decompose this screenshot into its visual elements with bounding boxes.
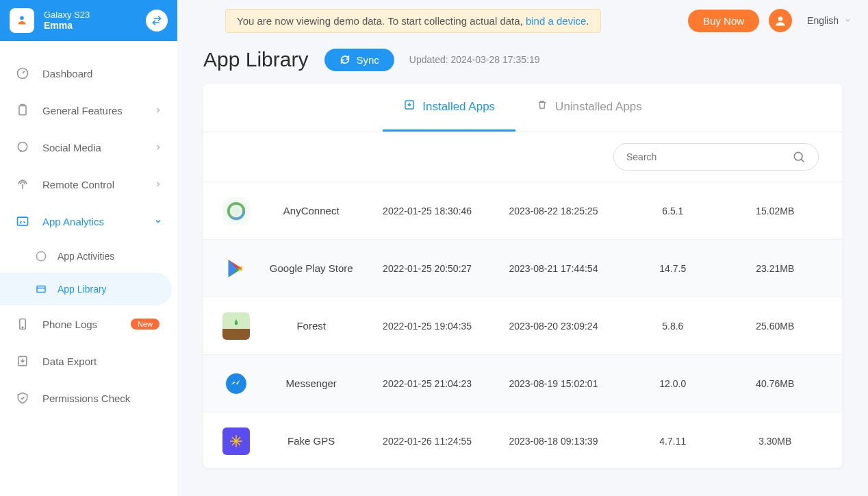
swap-icon bbox=[151, 14, 163, 27]
subnav-app-activities[interactable]: App Activities bbox=[0, 240, 177, 273]
nav-label: Data Export bbox=[42, 356, 97, 367]
app-table[interactable]: AnyConnect 2022-01-25 18:30:46 2023-08-2… bbox=[203, 182, 842, 468]
chevron-right-icon bbox=[154, 179, 162, 190]
app-icon-anyconnect bbox=[222, 197, 250, 225]
tab-uninstalled-apps[interactable]: Uninstalled Apps bbox=[515, 84, 663, 132]
user-icon bbox=[774, 14, 787, 27]
app-name: Google Play Store bbox=[257, 262, 366, 274]
sync-device-button[interactable] bbox=[146, 10, 168, 32]
gauge-icon bbox=[15, 66, 30, 81]
svg-point-12 bbox=[794, 152, 802, 160]
app-version: 12.0.0 bbox=[618, 378, 727, 389]
app-size: 25.60MB bbox=[728, 321, 824, 332]
app-version: 6.5.1 bbox=[618, 206, 727, 216]
svg-point-8 bbox=[22, 327, 23, 328]
apps-icon bbox=[15, 214, 30, 229]
tabs: Installed Apps Uninstalled Apps bbox=[203, 84, 842, 132]
nav-dashboard[interactable]: Dashboard bbox=[0, 55, 177, 92]
device-name: Galaxy S23 bbox=[44, 10, 146, 21]
app-date2: 2023-08-22 18:25:25 bbox=[489, 206, 618, 216]
app-size: 40.76MB bbox=[728, 378, 824, 389]
app-icon-play-store bbox=[222, 255, 250, 282]
nav-label: Dashboard bbox=[42, 68, 92, 79]
chevron-right-icon bbox=[154, 142, 162, 153]
svg-rect-4 bbox=[18, 217, 28, 225]
main: You are now viewing demo data. To start … bbox=[177, 0, 868, 496]
search-icon bbox=[792, 150, 806, 164]
phone-icon bbox=[15, 317, 30, 332]
app-date2: 2023-08-20 23:09:24 bbox=[489, 321, 618, 332]
download-icon bbox=[403, 99, 416, 114]
nav-label: Social Media bbox=[42, 142, 101, 153]
app-size: 3.30MB bbox=[728, 436, 824, 447]
app-name: AnyConnect bbox=[257, 205, 366, 216]
svg-point-3 bbox=[18, 142, 27, 151]
app-version: 5.8.6 bbox=[618, 321, 727, 332]
nav-general-features[interactable]: General Features bbox=[0, 92, 177, 129]
subnav-app-library[interactable]: App Library bbox=[0, 273, 172, 306]
clipboard-icon bbox=[15, 103, 30, 118]
search-input[interactable] bbox=[626, 151, 792, 162]
app-name: Messenger bbox=[257, 377, 366, 389]
tab-label: Uninstalled Apps bbox=[555, 100, 642, 114]
table-row[interactable]: AnyConnect 2022-01-25 18:30:46 2023-08-2… bbox=[203, 182, 842, 239]
svg-point-10 bbox=[778, 16, 783, 21]
language-selector[interactable]: English bbox=[807, 15, 852, 26]
nav-social-media[interactable]: Social Media bbox=[0, 129, 177, 166]
title-row: App Library Sync Updated: 2024-03-28 17:… bbox=[203, 48, 842, 71]
table-row[interactable]: Google Play Store 2022-01-25 20:50:27 20… bbox=[203, 239, 842, 297]
nav-label: Permissions Check bbox=[42, 393, 130, 404]
app-version: 14.7.5 bbox=[618, 263, 727, 274]
tab-installed-apps[interactable]: Installed Apps bbox=[383, 84, 515, 132]
nav-label: Remote Control bbox=[42, 179, 114, 190]
nav-remote-control[interactable]: Remote Control bbox=[0, 166, 177, 203]
app-logo bbox=[10, 8, 34, 33]
app-date1: 2022-01-25 19:04:35 bbox=[366, 321, 488, 332]
nav-permissions-check[interactable]: Permissions Check bbox=[0, 380, 177, 417]
table-row[interactable]: Fake GPS 2022-01-26 11:24:55 2023-08-18 … bbox=[203, 412, 842, 468]
table-row[interactable]: Messenger 2022-01-25 21:04:23 2023-08-19… bbox=[203, 354, 842, 412]
table-row[interactable]: Forest 2022-01-25 19:04:35 2023-08-20 23… bbox=[203, 297, 842, 354]
app-version: 4.7.11 bbox=[618, 436, 727, 447]
library-icon bbox=[34, 282, 48, 296]
svg-point-0 bbox=[20, 16, 24, 20]
shield-icon bbox=[15, 390, 30, 406]
sidebar: Galaxy S23 Emma Dashboard General Featur… bbox=[0, 0, 177, 496]
nav-data-export[interactable]: Data Export bbox=[0, 343, 177, 380]
nav-label: App Activities bbox=[58, 251, 114, 262]
nav-label: App Library bbox=[58, 284, 107, 295]
buy-now-button[interactable]: Buy Now bbox=[688, 10, 759, 32]
demo-banner: You are now viewing demo data. To start … bbox=[225, 9, 601, 33]
top-bar: You are now viewing demo data. To start … bbox=[177, 0, 868, 41]
svg-rect-6 bbox=[37, 286, 45, 293]
nav-phone-logs[interactable]: Phone Logs New bbox=[0, 306, 177, 343]
sidebar-header: Galaxy S23 Emma bbox=[0, 0, 177, 41]
chevron-down-icon bbox=[844, 15, 852, 26]
app-date1: 2022-01-25 20:50:27 bbox=[366, 263, 488, 274]
user-avatar[interactable] bbox=[769, 9, 792, 32]
app-name: Forest bbox=[257, 320, 366, 332]
app-icon-fake-gps bbox=[222, 427, 250, 455]
banner-text: You are now viewing demo data. To start … bbox=[237, 15, 526, 27]
app-date1: 2022-01-26 11:24:55 bbox=[366, 436, 488, 447]
tab-label: Installed Apps bbox=[422, 100, 495, 114]
chevron-right-icon bbox=[154, 105, 162, 116]
app-date1: 2022-01-25 18:30:46 bbox=[366, 206, 488, 216]
bind-device-link[interactable]: bind a device bbox=[526, 15, 586, 27]
activity-icon bbox=[34, 249, 48, 263]
app-size: 23.21MB bbox=[728, 263, 824, 274]
sync-button[interactable]: Sync bbox=[324, 49, 394, 71]
chat-icon bbox=[15, 140, 30, 155]
app-library-card: Installed Apps Uninstalled Apps AnyConne… bbox=[203, 84, 842, 468]
refresh-icon bbox=[340, 54, 350, 65]
nav-label: Phone Logs bbox=[42, 319, 97, 330]
antenna-icon bbox=[15, 177, 30, 192]
app-icon-forest bbox=[222, 312, 250, 340]
nav-app-analytics[interactable]: App Analytics bbox=[0, 203, 177, 240]
new-badge: New bbox=[131, 319, 159, 330]
nav: Dashboard General Features Social Media … bbox=[0, 41, 177, 417]
app-date2: 2023-08-18 09:13:39 bbox=[489, 436, 618, 447]
app-date2: 2023-08-19 15:02:01 bbox=[489, 378, 618, 389]
search-box[interactable] bbox=[613, 143, 819, 171]
logo-icon bbox=[14, 13, 29, 28]
